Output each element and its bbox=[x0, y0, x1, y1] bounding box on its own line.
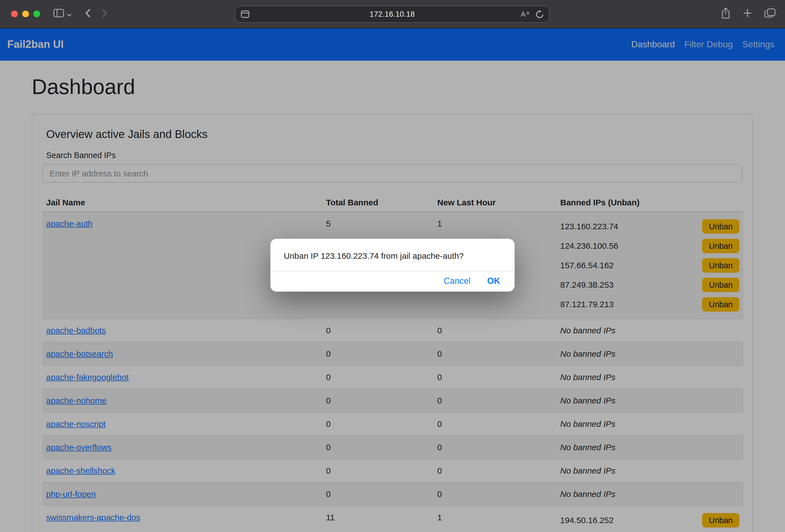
share-button[interactable] bbox=[721, 7, 731, 21]
sidebar-icon bbox=[53, 9, 64, 19]
url-text: 172.16.10.18 bbox=[370, 10, 415, 18]
svg-text:a: a bbox=[526, 10, 529, 16]
ok-button[interactable]: OK bbox=[487, 276, 501, 286]
translate-icon[interactable]: Aa bbox=[520, 9, 531, 21]
browser-toolbar: 172.16.10.18 Aa bbox=[0, 0, 785, 28]
svg-text:A: A bbox=[521, 10, 526, 18]
reload-icon bbox=[535, 10, 544, 20]
zoom-window-button[interactable] bbox=[33, 10, 40, 17]
dialog-message: Unban IP 123.160.223.74 from jail apache… bbox=[270, 239, 515, 271]
new-tab-button[interactable] bbox=[743, 9, 752, 19]
tabs-icon bbox=[764, 8, 776, 20]
safari-window: 172.16.10.18 Aa bbox=[0, 0, 785, 532]
address-bar[interactable]: 172.16.10.18 Aa bbox=[235, 5, 550, 23]
window-controls bbox=[11, 10, 40, 17]
confirm-unban-dialog: Unban IP 123.160.223.74 from jail apache… bbox=[270, 239, 515, 292]
close-window-button[interactable] bbox=[11, 10, 18, 17]
website-settings-icon[interactable] bbox=[241, 10, 249, 18]
back-button[interactable] bbox=[85, 8, 91, 20]
sidebar-toggle-button[interactable] bbox=[53, 9, 72, 19]
forward-button[interactable] bbox=[102, 8, 107, 20]
chevron-right-icon bbox=[102, 8, 107, 20]
cancel-button[interactable]: Cancel bbox=[444, 276, 471, 286]
dialog-footer: Cancel OK bbox=[270, 271, 515, 292]
plus-icon bbox=[743, 9, 752, 19]
tab-overview-button[interactable] bbox=[764, 8, 776, 20]
reload-button[interactable] bbox=[535, 10, 544, 20]
chevron-down-icon bbox=[67, 10, 72, 18]
minimize-window-button[interactable] bbox=[22, 10, 29, 17]
chevron-left-icon bbox=[85, 8, 91, 20]
share-icon bbox=[721, 7, 731, 21]
